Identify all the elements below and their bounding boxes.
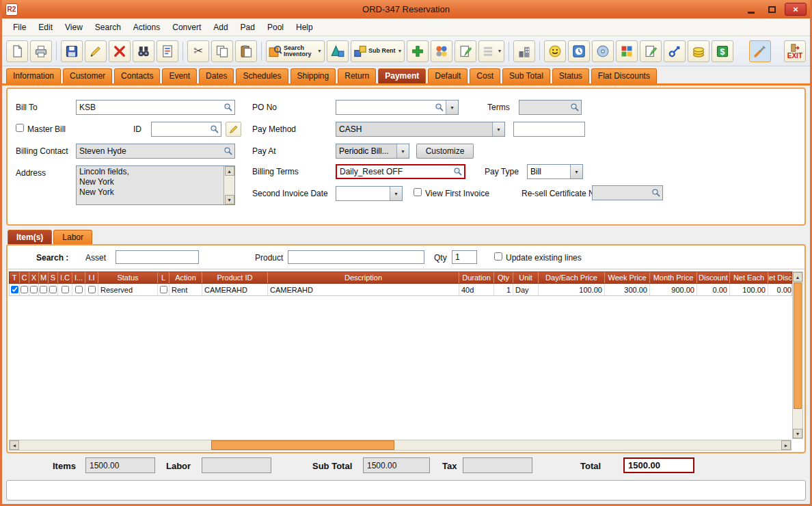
cut-button[interactable]: ✂ bbox=[187, 40, 209, 62]
tab-default[interactable]: Default bbox=[428, 68, 468, 83]
scroll-right-icon[interactable]: ► bbox=[781, 440, 791, 450]
col-header-ii[interactable]: I.I bbox=[85, 272, 98, 283]
search-icon[interactable] bbox=[433, 101, 446, 114]
search-inventory-button[interactable]: Search Inventory ▼ bbox=[266, 40, 325, 62]
shapes-button[interactable] bbox=[327, 40, 349, 62]
payment-amount-input[interactable] bbox=[514, 122, 584, 136]
exit-button[interactable]: EXIT bbox=[784, 40, 806, 62]
scroll-up-icon[interactable]: ▲ bbox=[225, 166, 234, 176]
tab-shipping[interactable]: Shipping bbox=[290, 68, 336, 83]
col-header-action[interactable]: Action bbox=[170, 272, 202, 283]
pay-type-combo[interactable]: ▼ bbox=[527, 164, 583, 179]
modules-button[interactable] bbox=[616, 40, 638, 62]
chevron-down-icon[interactable]: ▼ bbox=[570, 165, 582, 178]
view-first-invoice-checkbox[interactable] bbox=[414, 188, 422, 196]
new-document-button[interactable] bbox=[6, 40, 28, 62]
col-header-product-id[interactable]: Product ID bbox=[202, 272, 268, 283]
row-s-checkbox[interactable] bbox=[49, 286, 57, 293]
col-header-i2[interactable]: I... bbox=[72, 272, 85, 283]
tab-items[interactable]: Item(s) bbox=[8, 230, 52, 244]
col-header-l[interactable]: L bbox=[158, 272, 170, 283]
pay-method-value[interactable] bbox=[336, 122, 492, 136]
col-header-net-each[interactable]: Net Each bbox=[730, 272, 768, 283]
id-field[interactable] bbox=[151, 122, 221, 137]
tab-customer[interactable]: Customer bbox=[63, 68, 112, 83]
scroll-left-icon[interactable]: ◄ bbox=[10, 440, 19, 450]
scroll-up-icon[interactable]: ▲ bbox=[793, 272, 802, 282]
bill-to-input[interactable] bbox=[77, 101, 222, 114]
chevron-down-icon[interactable]: ▼ bbox=[396, 49, 402, 53]
row-l-checkbox[interactable] bbox=[160, 286, 167, 293]
schedule-button[interactable] bbox=[568, 40, 590, 62]
horizontal-scrollbar[interactable]: ◄ ► bbox=[9, 440, 791, 451]
save-button[interactable] bbox=[61, 40, 83, 62]
edit-button[interactable] bbox=[85, 40, 107, 62]
tab-cost[interactable]: Cost bbox=[470, 68, 500, 83]
table-row[interactable]: Reserved Rent CAMERAHD CAMERAHD 40d 1 Da… bbox=[9, 284, 792, 296]
address-field[interactable]: Lincoln fields, New York New York ▲ ▼ bbox=[76, 165, 235, 205]
configure-button[interactable] bbox=[749, 40, 771, 62]
tab-sub-total[interactable]: Sub Total bbox=[502, 68, 550, 83]
address-scrollbar[interactable]: ▲ ▼ bbox=[224, 166, 234, 204]
chevron-down-icon[interactable]: ▼ bbox=[496, 49, 502, 53]
row-ic-checkbox[interactable] bbox=[62, 286, 69, 293]
pay-at-combo[interactable]: ▼ bbox=[336, 144, 409, 159]
col-header-t[interactable]: T bbox=[10, 272, 20, 283]
col-header-s[interactable]: S bbox=[49, 272, 58, 283]
tab-payment[interactable]: Payment bbox=[378, 68, 426, 83]
row-ii-checkbox[interactable] bbox=[88, 286, 96, 293]
menu-convert[interactable]: Convert bbox=[167, 21, 206, 34]
tab-schedules[interactable]: Schedules bbox=[236, 68, 288, 83]
search-icon[interactable] bbox=[452, 165, 464, 178]
menu-help[interactable]: Help bbox=[290, 21, 319, 34]
search-icon[interactable] bbox=[222, 101, 234, 114]
chevron-down-icon[interactable]: ▼ bbox=[396, 144, 409, 158]
billing-terms-field[interactable] bbox=[336, 164, 465, 179]
row-x-checkbox[interactable] bbox=[30, 286, 38, 293]
print-button[interactable] bbox=[30, 40, 52, 62]
po-no-input[interactable] bbox=[336, 101, 433, 114]
search-icon[interactable] bbox=[650, 187, 662, 199]
asset-input[interactable] bbox=[116, 251, 198, 263]
pricing-button[interactable]: $ bbox=[712, 40, 733, 62]
row-t-checkbox[interactable] bbox=[11, 286, 18, 293]
tab-status[interactable]: Status bbox=[552, 68, 589, 83]
chevron-down-icon[interactable]: ▼ bbox=[446, 101, 458, 114]
search-icon[interactable] bbox=[208, 123, 221, 135]
tab-return[interactable]: Return bbox=[338, 68, 376, 83]
maximize-button[interactable] bbox=[764, 3, 779, 15]
col-header-c[interactable]: C bbox=[20, 272, 29, 283]
update-existing-lines-checkbox[interactable] bbox=[494, 252, 502, 261]
search-icon[interactable] bbox=[222, 145, 234, 157]
add-line-button[interactable] bbox=[407, 40, 429, 62]
col-header-net-disc[interactable]: Net Disc... bbox=[768, 272, 794, 283]
groups-button[interactable] bbox=[431, 40, 452, 62]
chevron-down-icon[interactable]: ▼ bbox=[316, 49, 322, 53]
scroll-down-icon[interactable]: ▼ bbox=[793, 429, 802, 438]
id-input[interactable] bbox=[152, 122, 208, 136]
chevron-down-icon[interactable]: ▼ bbox=[492, 122, 504, 136]
find-button[interactable] bbox=[133, 40, 154, 62]
col-header-status[interactable]: Status bbox=[98, 272, 158, 283]
vertical-scrollbar[interactable]: ▲ ▼ bbox=[792, 271, 803, 439]
customer-service-button[interactable] bbox=[544, 40, 566, 62]
id-edit-button[interactable] bbox=[226, 122, 241, 137]
sub-rent-button[interactable]: Sub Rent ▼ bbox=[351, 40, 405, 62]
second-invoice-date-input[interactable] bbox=[336, 187, 390, 200]
col-header-x[interactable]: X bbox=[29, 272, 39, 283]
menu-actions[interactable]: Actions bbox=[128, 21, 165, 34]
payments-button[interactable] bbox=[688, 40, 709, 62]
product-field[interactable] bbox=[288, 250, 424, 264]
scroll-down-icon[interactable]: ▼ bbox=[225, 195, 234, 204]
pay-at-value[interactable] bbox=[336, 144, 396, 158]
qty-input[interactable] bbox=[452, 251, 476, 263]
col-header-discount[interactable]: Discount bbox=[697, 272, 730, 283]
menu-pad[interactable]: Pad bbox=[235, 21, 260, 34]
product-input[interactable] bbox=[288, 251, 424, 263]
delete-button[interactable] bbox=[109, 40, 131, 62]
col-header-duration[interactable]: Duration bbox=[459, 272, 494, 283]
po-no-field[interactable]: ▼ bbox=[336, 100, 459, 115]
tab-dates[interactable]: Dates bbox=[199, 68, 234, 83]
col-header-month-price[interactable]: Month Price bbox=[650, 272, 697, 283]
tab-information[interactable]: Information bbox=[6, 68, 61, 83]
